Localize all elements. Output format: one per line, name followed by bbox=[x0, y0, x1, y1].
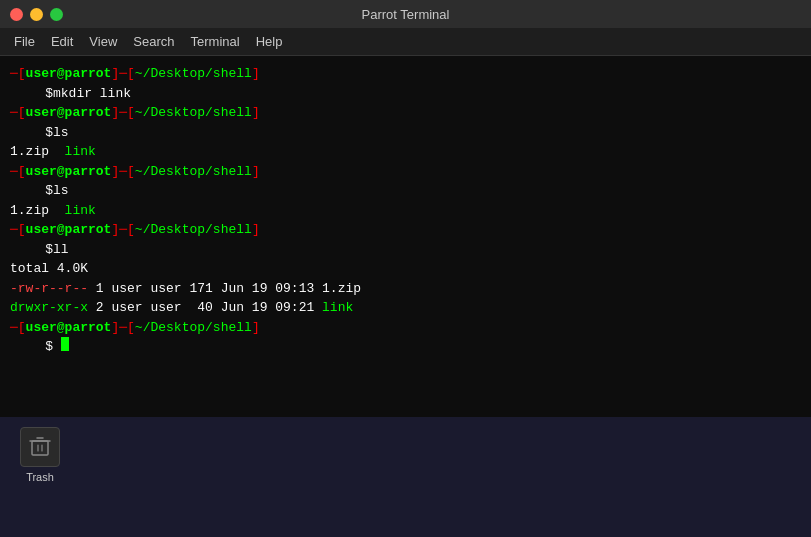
prompt-userhost-1: user@parrot bbox=[26, 64, 112, 84]
output-total: total 4.0K bbox=[10, 259, 88, 279]
window-title: Parrot Terminal bbox=[362, 7, 450, 22]
terminal-line-4: ─[user@parrot]─[~/Desktop/shell] bbox=[10, 220, 801, 240]
title-bar: Parrot Terminal bbox=[0, 0, 811, 28]
window-controls[interactable] bbox=[10, 8, 63, 21]
terminal-ll-1zip: -rw-r--r-- 1 user user 171 Jun 19 09:13 … bbox=[10, 279, 801, 299]
prompt-path-3: ~/Desktop/shell bbox=[135, 162, 252, 182]
trash-icon bbox=[20, 427, 60, 467]
terminal-cmd-3: $ls bbox=[10, 181, 801, 201]
dollar-5: $ bbox=[14, 337, 53, 357]
output-dir-link-2: link bbox=[65, 201, 96, 221]
dollar-2: $ bbox=[14, 123, 53, 143]
prompt-sep-2: ]─[ bbox=[111, 103, 134, 123]
svg-rect-0 bbox=[32, 441, 48, 455]
ll-name-link: link bbox=[322, 298, 353, 318]
ll-details-1zip: 1 user user 171 Jun 19 09:13 bbox=[88, 279, 322, 299]
prompt-path-5: ~/Desktop/shell bbox=[135, 318, 252, 338]
prompt-sep-4: ]─[ bbox=[111, 220, 134, 240]
output-dir-link-1: link bbox=[65, 142, 96, 162]
cmd-2: ls bbox=[53, 123, 69, 143]
cmd-5 bbox=[53, 337, 61, 357]
prompt-bracket-1: ─[ bbox=[10, 64, 26, 84]
dollar-3: $ bbox=[14, 181, 53, 201]
terminal-cmd-2: $ls bbox=[10, 123, 801, 143]
menu-file[interactable]: File bbox=[6, 31, 43, 52]
ll-perms-link: drwxr-xr-x bbox=[10, 298, 88, 318]
terminal-output-2: 1.zip link bbox=[10, 142, 801, 162]
ll-name-1zip: 1.zip bbox=[322, 279, 361, 299]
prompt-close-1: ] bbox=[252, 64, 260, 84]
menu-view[interactable]: View bbox=[81, 31, 125, 52]
prompt-close-4: ] bbox=[252, 220, 260, 240]
trash-label: Trash bbox=[26, 471, 54, 483]
minimize-button[interactable] bbox=[30, 8, 43, 21]
prompt-sep-3: ]─[ bbox=[111, 162, 134, 182]
output-file-1zip-1: 1.zip bbox=[10, 142, 65, 162]
prompt-bracket-4: ─[ bbox=[10, 220, 26, 240]
terminal-cmd-5[interactable]: $ bbox=[10, 337, 801, 357]
menu-search[interactable]: Search bbox=[125, 31, 182, 52]
prompt-path-4: ~/Desktop/shell bbox=[135, 220, 252, 240]
prompt-close-2: ] bbox=[252, 103, 260, 123]
dollar-4: $ bbox=[14, 240, 53, 260]
prompt-userhost-4: user@parrot bbox=[26, 220, 112, 240]
maximize-button[interactable] bbox=[50, 8, 63, 21]
terminal-cmd-4: $ll bbox=[10, 240, 801, 260]
dollar-1: $ bbox=[14, 84, 53, 104]
prompt-bracket-2: ─[ bbox=[10, 103, 26, 123]
terminal-line-3: ─[user@parrot]─[~/Desktop/shell] bbox=[10, 162, 801, 182]
prompt-close-5: ] bbox=[252, 318, 260, 338]
terminal-line-5: ─[user@parrot]─[~/Desktop/shell] bbox=[10, 318, 801, 338]
desktop: Trash bbox=[0, 417, 811, 537]
terminal-cmd-1: $mkdir link bbox=[10, 84, 801, 104]
terminal-ll-link: drwxr-xr-x 2 user user 40 Jun 19 09:21 l… bbox=[10, 298, 801, 318]
output-file-1zip-2: 1.zip bbox=[10, 201, 65, 221]
cmd-1: mkdir link bbox=[53, 84, 131, 104]
prompt-sep-1: ]─[ bbox=[111, 64, 134, 84]
menu-edit[interactable]: Edit bbox=[43, 31, 81, 52]
terminal-line-1: ─[user@parrot]─[~/Desktop/shell] bbox=[10, 64, 801, 84]
prompt-close-3: ] bbox=[252, 162, 260, 182]
prompt-bracket-3: ─[ bbox=[10, 162, 26, 182]
prompt-path-1: ~/Desktop/shell bbox=[135, 64, 252, 84]
menu-help[interactable]: Help bbox=[248, 31, 291, 52]
menu-bar: File Edit View Search Terminal Help bbox=[0, 28, 811, 56]
cmd-3: ls bbox=[53, 181, 69, 201]
prompt-sep-5: ]─[ bbox=[111, 318, 134, 338]
cmd-4: ll bbox=[53, 240, 69, 260]
cursor bbox=[61, 337, 69, 351]
prompt-userhost-5: user@parrot bbox=[26, 318, 112, 338]
terminal-output-3: 1.zip link bbox=[10, 201, 801, 221]
close-button[interactable] bbox=[10, 8, 23, 21]
menu-terminal[interactable]: Terminal bbox=[183, 31, 248, 52]
prompt-bracket-5: ─[ bbox=[10, 318, 26, 338]
prompt-userhost-3: user@parrot bbox=[26, 162, 112, 182]
ll-perms-1zip: -rw-r--r-- bbox=[10, 279, 88, 299]
trash-icon-container[interactable]: Trash bbox=[10, 427, 70, 483]
prompt-path-2: ~/Desktop/shell bbox=[135, 103, 252, 123]
terminal-area[interactable]: ─[user@parrot]─[~/Desktop/shell] $mkdir … bbox=[0, 56, 811, 417]
terminal-line-2: ─[user@parrot]─[~/Desktop/shell] bbox=[10, 103, 801, 123]
terminal-total: total 4.0K bbox=[10, 259, 801, 279]
prompt-userhost-2: user@parrot bbox=[26, 103, 112, 123]
ll-details-link: 2 user user 40 Jun 19 09:21 bbox=[88, 298, 322, 318]
